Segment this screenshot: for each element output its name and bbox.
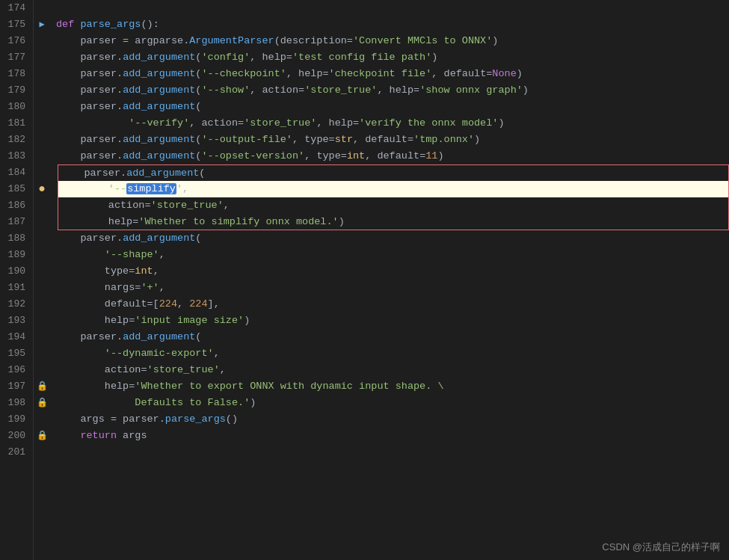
line-175: def parse_args():	[56, 16, 729, 33]
line-195: '--dynamic-export',	[56, 345, 729, 362]
line-183: parser.add_argument('--opset-version', t…	[56, 148, 729, 164]
line-178: parser.add_argument('--checkpoint', help…	[56, 66, 729, 82]
line-176: parser = argparse.ArgumentParser(descrip…	[56, 33, 729, 49]
code-area: def parse_args(): parser = argparse.Argu…	[50, 0, 729, 560]
line-186: action='store_true',	[58, 197, 729, 214]
watermark: CSDN @活成自己的样子啊	[602, 541, 720, 554]
code-editor: 174 175 176 177 178 179 180 181 182 183 …	[0, 0, 729, 560]
line-190: type=int,	[56, 263, 729, 280]
line-193: help='input image size')	[56, 313, 729, 329]
gutter: ▶ ● 🔒 🔒 🔒	[34, 0, 50, 560]
line-177: parser.add_argument('config', help='test…	[56, 49, 729, 66]
line-196: action='store_true',	[56, 362, 729, 378]
line-189: '--shape',	[56, 247, 729, 263]
line-200: return args	[56, 428, 729, 444]
lock-198: 🔒	[34, 395, 50, 411]
line-174	[56, 0, 729, 16]
line-179: parser.add_argument('--show', action='st…	[56, 82, 729, 99]
line-188: parser.add_argument(	[56, 230, 729, 247]
line-185: '--simplify',	[58, 181, 729, 197]
lock-197: 🔒	[34, 378, 50, 395]
line-180: parser.add_argument(	[56, 99, 729, 115]
line-191: nargs='+',	[56, 280, 729, 296]
line-192: default=[224, 224],	[56, 296, 729, 313]
line-198: Defaults to False.')	[56, 395, 729, 411]
line-197: help='Whether to export ONNX with dynami…	[56, 378, 729, 395]
line-numbers: 174 175 176 177 178 179 180 181 182 183 …	[0, 0, 34, 560]
breakpoint-185[interactable]: ●	[34, 181, 50, 197]
line-184: parser.add_argument(	[58, 164, 729, 181]
line-201	[56, 444, 729, 461]
line-199: args = parser.parse_args()	[56, 411, 729, 428]
line-182: parser.add_argument('--output-file', typ…	[56, 132, 729, 148]
line-194: parser.add_argument(	[56, 329, 729, 345]
line-187: help='Whether to simplify onnx model.')	[58, 214, 729, 230]
lock-200: 🔒	[34, 428, 50, 444]
line-181: '--verify', action='store_true', help='v…	[56, 115, 729, 132]
